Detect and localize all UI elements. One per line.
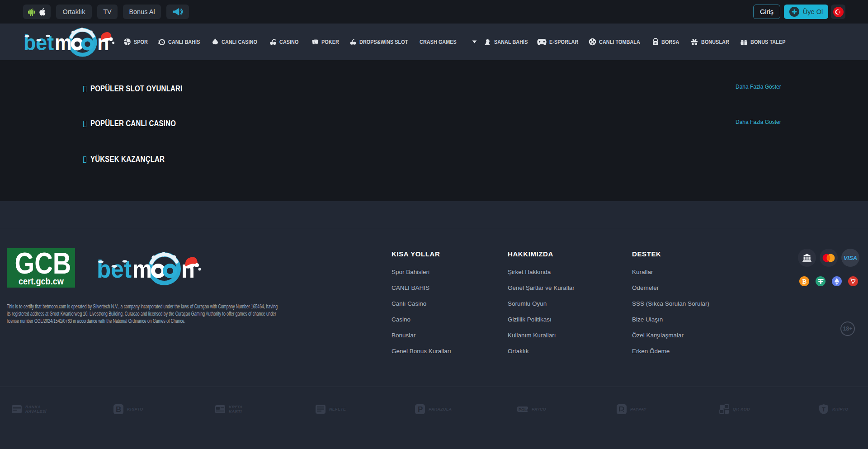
svg-text:B: B (116, 405, 121, 414)
svg-text:VISA: VISA (844, 255, 857, 260)
svg-text:cert.gcb.cw: cert.gcb.cw (19, 276, 64, 286)
svg-text:This is to certify that betmoo: This is to certify that betmoon.com is o… (7, 303, 278, 310)
svg-text:POLi: POLi (519, 407, 528, 412)
svg-text:GCB: GCB (15, 248, 71, 280)
svg-text:license number OGL/2024/1541/0: license number OGL/2024/1541/0763 in acc… (7, 318, 185, 324)
svg-text:its registered address at Groo: its registered address at Groot Kwartier… (7, 311, 276, 317)
svg-text:T: T (822, 406, 826, 413)
svg-text:P: P (418, 405, 423, 414)
